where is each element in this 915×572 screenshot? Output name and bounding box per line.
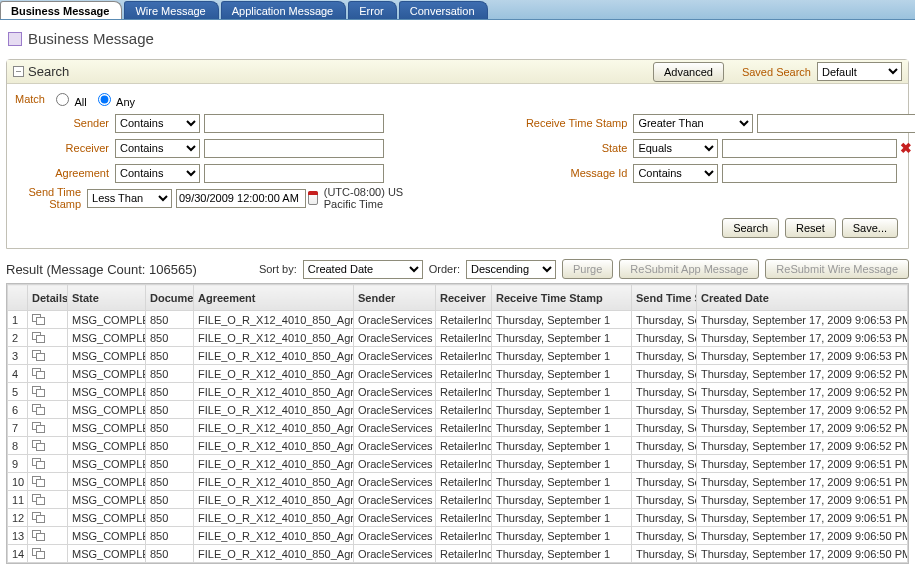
doc-cell: 850 bbox=[146, 545, 194, 563]
value-input[interactable] bbox=[204, 139, 384, 158]
criteria-receive-time-stamp: Receive Time StampGreater Than bbox=[463, 112, 915, 134]
op-select[interactable]: Less Than bbox=[87, 189, 172, 208]
match-any-radio[interactable]: Any bbox=[93, 90, 135, 108]
details-cell[interactable] bbox=[28, 419, 68, 437]
search-button[interactable]: Search bbox=[722, 218, 779, 238]
details-icon[interactable] bbox=[32, 350, 44, 360]
col-header[interactable]: Created Date bbox=[697, 285, 908, 311]
table-row[interactable]: 4MSG_COMPLETE850FILE_O_R_X12_4010_850_Ag… bbox=[8, 365, 908, 383]
details-icon[interactable] bbox=[32, 548, 44, 558]
details-cell[interactable] bbox=[28, 365, 68, 383]
created-cell: Thursday, September 17, 2009 9:06:51 PM … bbox=[697, 509, 908, 527]
op-select[interactable]: Contains bbox=[115, 139, 200, 158]
col-header[interactable]: State bbox=[68, 285, 146, 311]
table-row[interactable]: 1MSG_COMPLETE850FILE_O_R_X12_4010_850_Ag… bbox=[8, 311, 908, 329]
table-row[interactable]: 5MSG_COMPLETE850FILE_O_R_X12_4010_850_Ag… bbox=[8, 383, 908, 401]
details-icon[interactable] bbox=[32, 440, 44, 450]
value-input[interactable] bbox=[757, 114, 915, 133]
col-header[interactable]: Send Time Stamp bbox=[632, 285, 697, 311]
receive-ts-cell: Thursday, September 1 bbox=[492, 437, 632, 455]
table-row[interactable]: 14MSG_COMPLETE850FILE_O_R_X12_4010_850_A… bbox=[8, 545, 908, 563]
details-cell[interactable] bbox=[28, 527, 68, 545]
calendar-icon[interactable] bbox=[308, 191, 318, 205]
order-select[interactable]: Descending bbox=[466, 260, 556, 279]
col-header[interactable]: Agreement bbox=[194, 285, 354, 311]
resubmit-wire-button[interactable]: ReSubmit Wire Message bbox=[765, 259, 909, 279]
table-row[interactable]: 9MSG_COMPLETE850FILE_O_R_X12_4010_850_Ag… bbox=[8, 455, 908, 473]
value-input[interactable] bbox=[204, 114, 384, 133]
save-button[interactable]: Save... bbox=[842, 218, 898, 238]
sortby-label: Sort by: bbox=[259, 263, 297, 275]
tab-business-message[interactable]: Business Message bbox=[0, 1, 122, 19]
collapse-icon[interactable]: – bbox=[13, 66, 24, 77]
value-input[interactable] bbox=[722, 164, 897, 183]
col-header[interactable]: Receiver bbox=[436, 285, 492, 311]
col-header[interactable]: Sender bbox=[354, 285, 436, 311]
col-header[interactable] bbox=[8, 285, 28, 311]
details-icon[interactable] bbox=[32, 314, 44, 324]
details-cell[interactable] bbox=[28, 545, 68, 563]
resubmit-app-button[interactable]: ReSubmit App Message bbox=[619, 259, 759, 279]
details-icon[interactable] bbox=[32, 404, 44, 414]
details-cell[interactable] bbox=[28, 491, 68, 509]
tab-conversation[interactable]: Conversation bbox=[399, 1, 488, 19]
details-cell[interactable] bbox=[28, 329, 68, 347]
tab-application-message[interactable]: Application Message bbox=[221, 1, 347, 19]
details-cell[interactable] bbox=[28, 473, 68, 491]
row-index: 4 bbox=[8, 365, 28, 383]
receiver-cell: RetailerInc bbox=[436, 545, 492, 563]
details-cell[interactable] bbox=[28, 347, 68, 365]
table-row[interactable]: 2MSG_COMPLETE850FILE_O_R_X12_4010_850_Ag… bbox=[8, 329, 908, 347]
details-icon[interactable] bbox=[32, 512, 44, 522]
tab-wire-message[interactable]: Wire Message bbox=[124, 1, 218, 19]
details-icon[interactable] bbox=[32, 458, 44, 468]
value-input[interactable] bbox=[176, 189, 306, 208]
details-icon[interactable] bbox=[32, 476, 44, 486]
details-cell[interactable] bbox=[28, 455, 68, 473]
table-row[interactable]: 12MSG_COMPLETE850FILE_O_R_X12_4010_850_A… bbox=[8, 509, 908, 527]
row-index: 8 bbox=[8, 437, 28, 455]
details-cell[interactable] bbox=[28, 437, 68, 455]
receiver-cell: RetailerInc bbox=[436, 329, 492, 347]
search-panel: – Search Advanced Saved Search Default M… bbox=[6, 59, 909, 249]
table-row[interactable]: 6MSG_COMPLETE850FILE_O_R_X12_4010_850_Ag… bbox=[8, 401, 908, 419]
tab-error[interactable]: Error bbox=[348, 1, 396, 19]
col-header[interactable]: Receive Time Stamp bbox=[492, 285, 632, 311]
receiver-cell: RetailerInc bbox=[436, 365, 492, 383]
op-select[interactable]: Contains bbox=[633, 164, 718, 183]
table-row[interactable]: 10MSG_COMPLETE850FILE_O_R_X12_4010_850_A… bbox=[8, 473, 908, 491]
details-cell[interactable] bbox=[28, 401, 68, 419]
col-header[interactable]: Document Type bbox=[146, 285, 194, 311]
details-cell[interactable] bbox=[28, 383, 68, 401]
table-row[interactable]: 7MSG_COMPLETE850FILE_O_R_X12_4010_850_Ag… bbox=[8, 419, 908, 437]
details-cell[interactable] bbox=[28, 509, 68, 527]
value-input[interactable] bbox=[722, 139, 897, 158]
table-row[interactable]: 13MSG_COMPLETE850FILE_O_R_X12_4010_850_A… bbox=[8, 527, 908, 545]
match-all-radio[interactable]: All bbox=[51, 90, 87, 108]
saved-search-select[interactable]: Default bbox=[817, 62, 902, 81]
doc-cell: 850 bbox=[146, 473, 194, 491]
value-input[interactable] bbox=[204, 164, 384, 183]
details-icon[interactable] bbox=[32, 386, 44, 396]
purge-button[interactable]: Purge bbox=[562, 259, 613, 279]
clear-icon[interactable]: ✖ bbox=[900, 140, 912, 156]
timezone-note: (UTC-08:00) US Pacific Time bbox=[324, 186, 424, 210]
op-select[interactable]: Contains bbox=[115, 114, 200, 133]
op-select[interactable]: Equals bbox=[633, 139, 718, 158]
details-icon[interactable] bbox=[32, 494, 44, 504]
details-icon[interactable] bbox=[32, 368, 44, 378]
op-select[interactable]: Greater Than bbox=[633, 114, 753, 133]
reset-button[interactable]: Reset bbox=[785, 218, 836, 238]
advanced-button[interactable]: Advanced bbox=[653, 62, 724, 82]
op-select[interactable]: Contains bbox=[115, 164, 200, 183]
details-icon[interactable] bbox=[32, 422, 44, 432]
details-icon[interactable] bbox=[32, 332, 44, 342]
created-cell: Thursday, September 17, 2009 9:06:53 PM … bbox=[697, 311, 908, 329]
details-icon[interactable] bbox=[32, 530, 44, 540]
table-row[interactable]: 8MSG_COMPLETE850FILE_O_R_X12_4010_850_Ag… bbox=[8, 437, 908, 455]
table-row[interactable]: 3MSG_COMPLETE850FILE_O_R_X12_4010_850_Ag… bbox=[8, 347, 908, 365]
table-row[interactable]: 11MSG_COMPLETE850FILE_O_R_X12_4010_850_A… bbox=[8, 491, 908, 509]
sortby-select[interactable]: Created Date bbox=[303, 260, 423, 279]
col-header[interactable]: Details bbox=[28, 285, 68, 311]
details-cell[interactable] bbox=[28, 311, 68, 329]
